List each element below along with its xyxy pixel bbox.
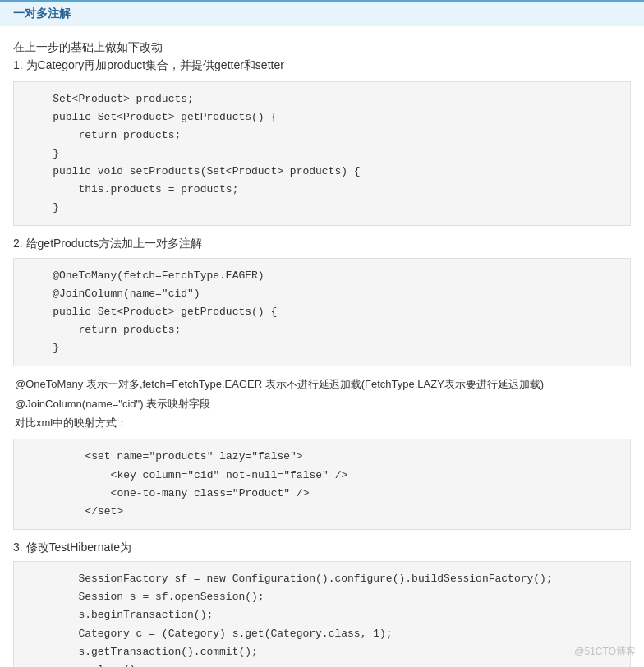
step2-label: 2. 给getProducts方法加上一对多注解: [13, 234, 631, 252]
intro-line2: 1. 为Category再加product集合，并提供getter和setter: [13, 56, 631, 74]
code-block-3: SessionFactory sf = new Configuration().…: [13, 561, 631, 667]
intro-line1: 在上一步的基础上做如下改动: [13, 38, 631, 56]
header-title: 一对多注解: [13, 7, 71, 20]
intro-section: 在上一步的基础上做如下改动 1. 为Category再加product集合，并提…: [13, 38, 631, 75]
header-bar: 一对多注解: [0, 0, 644, 26]
step3-label: 3. 修改TestHibernate为: [13, 538, 631, 556]
code-block-2: @OneToMany(fetch=FetchType.EAGER) @JoinC…: [13, 258, 631, 366]
explanation-line3: 对比xml中的映射方式：: [15, 413, 629, 432]
watermark: @51CTO博客: [574, 645, 636, 659]
explanation-section: @OneToMany 表示一对多,fetch=FetchType.EAGER 表…: [13, 375, 631, 432]
main-content: 在上一步的基础上做如下改动 1. 为Category再加product集合，并提…: [0, 26, 644, 667]
explanation-line1: @OneToMany 表示一对多,fetch=FetchType.EAGER 表…: [15, 375, 629, 393]
xml-block: <set name="products" lazy="false"> <key …: [13, 439, 631, 529]
explanation-line2: @JoinColumn(name="cid") 表示映射字段: [15, 394, 629, 413]
code-block-1: Set<Product> products; public Set<Produc…: [13, 81, 631, 227]
